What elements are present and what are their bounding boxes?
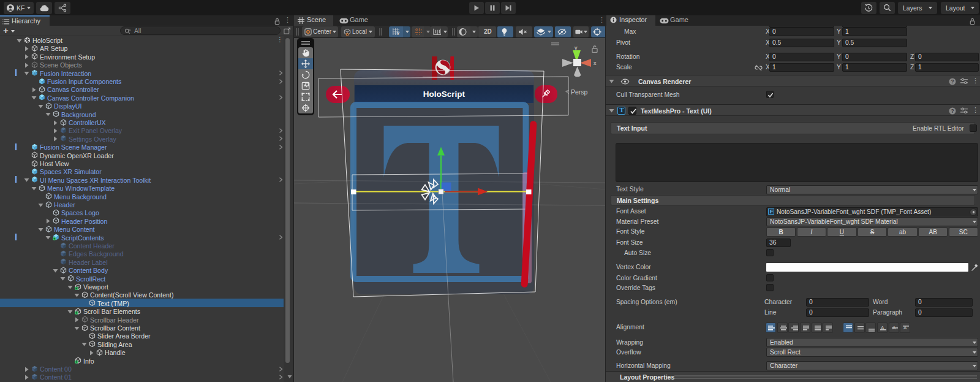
svg-text:A: A xyxy=(892,325,896,330)
svg-text:?: ? xyxy=(951,78,954,85)
svg-text:Y: Y xyxy=(396,31,399,36)
svg-text:A: A xyxy=(903,325,907,330)
svg-text:y: y xyxy=(575,45,578,51)
svg-text:x: x xyxy=(594,60,597,66)
svg-text:?: ? xyxy=(951,108,954,114)
svg-text:A: A xyxy=(881,325,884,330)
